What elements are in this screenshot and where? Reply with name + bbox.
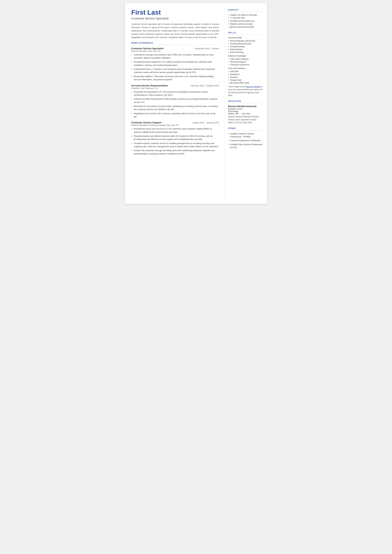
bullet: Ensured the issues and concerns of 2.3K … (131, 127, 219, 134)
job-block-1: Customer Service Specialist November 201… (131, 47, 219, 81)
skill-item: Call Center Software (228, 58, 263, 60)
bullet: Provided technical support for 121 softw… (131, 60, 219, 67)
skills-note: • Don't forget to use Resume Worded to s… (228, 85, 263, 97)
left-column: First Last Customer Service Specialist C… (125, 3, 224, 204)
header-block: First Last Customer Service Specialist (131, 9, 219, 20)
other-item-1: Certified Customer Service Professional … (228, 132, 263, 138)
resume-worded-link[interactable]: Resume Worded (246, 86, 260, 88)
contact-item-location: Topeka, KS (Open to Remote) (228, 14, 263, 16)
job-title-3: Customer Service Support (131, 121, 162, 124)
education-label: EDUCATION (228, 100, 263, 103)
skill-item: SAP ERP (228, 70, 263, 73)
skill-item: Microsoft Office Suite (228, 82, 263, 84)
edu-awards: Awards: Resume Worded Teaching Fellow (o… (228, 115, 263, 124)
job-block-3: Customer Service Support August 2010 – J… (131, 121, 219, 155)
bullet: Recruited 1K new clients via phone while… (131, 105, 219, 111)
edu-block: Resume Worded University Bachelor of Art… (228, 105, 263, 124)
skill-item: Troubleshooting (228, 45, 263, 48)
resume-page: First Last Customer Service Specialist C… (125, 3, 267, 204)
bullet: Achieved an average call resolution rate… (131, 53, 219, 60)
industry-skills-list: Call Center Software Technical Support C… (228, 58, 263, 66)
bullet: Responded swiftly to 739 emails and phon… (131, 75, 219, 81)
technical-skills-list: Phone Etiquette (Advanced) Teaching (Exp… (228, 40, 263, 53)
tools-skills-heading: Tools and Software: (228, 67, 263, 70)
contact-item-linkedin: linkedin.com/in/username (228, 23, 263, 25)
skills-section: SKILLS Technical Skills: Phone Etiquette… (228, 32, 263, 97)
job-bullets-1: Achieved an average call resolution rate… (131, 53, 219, 81)
work-experience-label: WORK EXPERIENCE (131, 42, 219, 45)
bullet: Provided superior customer service in ha… (131, 142, 219, 148)
skill-item: Zendesk (228, 76, 263, 78)
skill-item: Teaching (Experienced) (228, 42, 263, 45)
contact-list: Topeka, KS (Open to Remote) +1-234-456-7… (228, 14, 263, 28)
skill-item: Technical Support (228, 61, 263, 63)
other-label: OTHER (228, 127, 263, 130)
job-company-2: Growthsi, San Francisco, CA (131, 87, 219, 89)
job-title-1: Customer Service Specialist (131, 47, 164, 50)
skill-item: Administration (228, 48, 263, 50)
other-list: Certified Customer Service Professional … (228, 132, 263, 149)
job-header-3: Customer Service Support August 2010 – J… (131, 121, 219, 124)
job-title-2: Account Service Representative (131, 84, 168, 87)
contact-label: CONTACT (228, 9, 263, 12)
skills-note-pre: • Don't forget to use (228, 86, 246, 88)
tools-skills-list: SAP ERP Salesforce Zendesk Google Suite … (228, 70, 263, 84)
bullet: Negotiated and resolved 3.4K customer co… (131, 112, 219, 119)
technical-skills-heading: Technical Skills: (228, 36, 263, 39)
contact-item-github: github.com/resumeworded (228, 26, 263, 28)
industry-skills-heading: Industry Knowledge: (228, 55, 263, 57)
contact-item-phone: +1-234-456-789 (228, 17, 263, 19)
edu-major: Psychology (228, 110, 263, 112)
edu-degree: Bachelor of Arts (228, 108, 263, 110)
job-dates-1: November 2015 – Present (195, 47, 219, 50)
bullet: Exceeded the expectations of 1.2K custom… (131, 90, 219, 97)
skill-item: Customer Experience (228, 63, 263, 66)
skill-item: Event Planning (228, 51, 263, 53)
summary-text: Customer service specialist with 10 year… (131, 22, 219, 39)
job-bullets-3: Ensured the issues and concerns of 2.3K … (131, 127, 219, 155)
job-company-3: Resume Worded's Exciting Company, New Yo… (131, 124, 219, 126)
job-header-1: Customer Service Specialist November 201… (131, 47, 219, 50)
candidate-job-title: Customer Service Specialist (131, 17, 219, 20)
job-dates-2: February 2013 – October 2015 (191, 84, 219, 87)
candidate-name: First Last (131, 9, 219, 16)
other-item-3: Certified Client Service Professional (C… (228, 143, 263, 149)
other-section: OTHER Certified Customer Service Profess… (228, 127, 263, 149)
job-bullets-2: Exceeded the expectations of 1.2K custom… (131, 90, 219, 119)
skills-label: SKILLS (228, 32, 263, 35)
bullet: Resolved queries and offered solutions w… (131, 134, 219, 141)
job-block-2: Account Service Representative February … (131, 84, 219, 119)
contact-item-email: email@resumeworded.com (228, 20, 263, 22)
job-company-1: Resume Worded, New York, NY (131, 50, 219, 52)
job-header-2: Account Service Representative February … (131, 84, 219, 87)
edu-school: Resume Worded University (228, 105, 263, 108)
contact-section: CONTACT Topeka, KS (Open to Remote) +1-2… (228, 9, 263, 28)
bullet: Achieved an 84% renewal rate for 800 exi… (131, 98, 219, 104)
skill-item: Salesforce (228, 73, 263, 76)
skill-item: Google Suite (228, 79, 263, 81)
job-dates-3: August 2010 – January 2013 (193, 121, 219, 124)
edu-location: Boston, MA — July 2010 (228, 112, 263, 115)
bullet: Guided 320 customers through the billing… (131, 149, 219, 155)
education-section: EDUCATION Resume Worded University Bache… (228, 100, 263, 124)
other-item-2: Customer Experience Certification. (228, 139, 263, 142)
right-column: CONTACT Topeka, KS (Open to Remote) +1-2… (224, 3, 267, 204)
bullet: Collaborated with a 7-member cross-funct… (131, 68, 219, 74)
skill-item: Phone Etiquette (Advanced) (228, 40, 263, 42)
